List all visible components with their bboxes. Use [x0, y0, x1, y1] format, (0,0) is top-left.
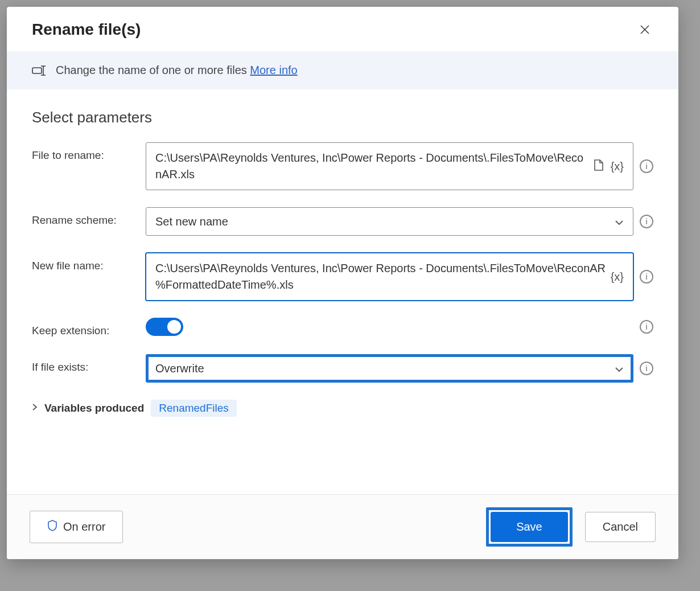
close-button[interactable] — [634, 21, 656, 38]
info-icon[interactable]: i — [640, 159, 653, 173]
chevron-down-icon — [615, 362, 624, 375]
param-row-new-file-name: New file name: C:\Users\PA\Reynolds Vent… — [32, 253, 653, 301]
variable-chip-renamedfiles[interactable]: RenamedFiles — [151, 400, 237, 417]
info-icon[interactable]: i — [640, 362, 653, 375]
variable-token-icon[interactable]: {x} — [611, 270, 624, 284]
param-row-rename-scheme: Rename scheme: Set new name i — [32, 207, 653, 236]
variables-produced-row[interactable]: Variables produced RenamedFiles — [32, 400, 653, 417]
chevron-right-icon — [32, 403, 38, 413]
select-rename-scheme-value: Set new name — [155, 215, 228, 228]
dialog-title: Rename file(s) — [32, 20, 141, 39]
label-keep-extension: Keep extension: — [32, 318, 146, 337]
info-description: Change the name of one or more files — [56, 64, 247, 76]
label-rename-scheme: Rename scheme: — [32, 207, 146, 227]
save-highlight: Save — [486, 507, 573, 547]
section-title: Select parameters — [32, 109, 653, 126]
shield-icon — [47, 519, 57, 535]
dialog-header: Rename file(s) — [7, 7, 678, 51]
label-if-file-exists: If file exists: — [32, 354, 146, 374]
info-icon[interactable]: i — [640, 320, 653, 334]
more-info-link[interactable]: More info — [250, 64, 297, 76]
svg-rect-2 — [32, 68, 42, 73]
label-new-file-name: New file name: — [32, 253, 146, 272]
input-new-file-name[interactable]: C:\Users\PA\Reynolds Ventures, Inc\Power… — [146, 253, 633, 301]
file-picker-icon[interactable] — [594, 159, 604, 174]
variables-produced-label: Variables produced — [44, 402, 144, 414]
dialog-footer: On error Save Cancel — [7, 494, 678, 559]
label-file-to-rename: File to rename: — [32, 142, 146, 162]
param-row-if-file-exists: If file exists: Overwrite i — [32, 354, 653, 383]
info-text: Change the name of one or more files Mor… — [56, 64, 298, 77]
toggle-knob — [167, 320, 181, 334]
rename-files-dialog: Rename file(s) Change the name of one or… — [7, 7, 678, 559]
select-if-file-exists[interactable]: Overwrite — [146, 354, 633, 383]
info-icon[interactable]: i — [640, 215, 653, 228]
select-rename-scheme[interactable]: Set new name — [146, 207, 633, 236]
on-error-label: On error — [63, 520, 105, 533]
param-row-keep-extension: Keep extension: i — [32, 318, 653, 337]
info-bar: Change the name of one or more files Mor… — [7, 51, 678, 89]
save-button[interactable]: Save — [491, 512, 568, 542]
input-file-to-rename[interactable]: C:\Users\PA\Reynolds Ventures, Inc\Power… — [146, 142, 633, 190]
variable-token-icon[interactable]: {x} — [611, 160, 624, 173]
param-row-file-to-rename: File to rename: C:\Users\PA\Reynolds Ven… — [32, 142, 653, 190]
info-icon[interactable]: i — [640, 270, 653, 284]
chevron-down-icon — [615, 215, 624, 228]
cancel-button[interactable]: Cancel — [585, 512, 656, 542]
on-error-button[interactable]: On error — [30, 511, 123, 543]
input-file-to-rename-value: C:\Users\PA\Reynolds Ventures, Inc\Power… — [155, 150, 589, 183]
toggle-keep-extension[interactable] — [146, 318, 183, 336]
close-icon — [640, 24, 650, 35]
select-if-file-exists-value: Overwrite — [155, 362, 204, 375]
input-new-file-name-value: C:\Users\PA\Reynolds Ventures, Inc\Power… — [155, 260, 606, 293]
dialog-body: Select parameters File to rename: C:\Use… — [7, 89, 678, 494]
rename-icon — [32, 65, 46, 76]
